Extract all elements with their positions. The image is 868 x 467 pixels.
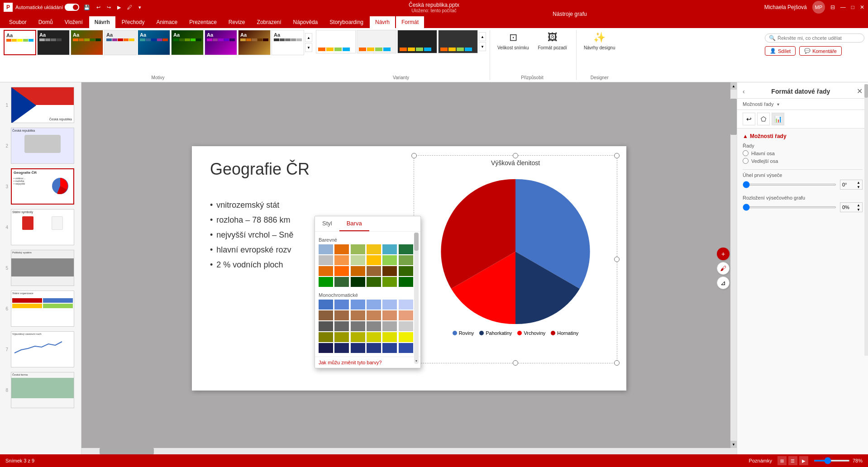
color-cell[interactable]: [367, 332, 381, 342]
panel-back-button[interactable]: ‹: [743, 88, 745, 95]
color-cell[interactable]: [382, 277, 397, 287]
slide-thumb-2[interactable]: 2 Česká republika: [2, 127, 79, 165]
color-cell[interactable]: [319, 300, 333, 310]
notes-button[interactable]: Poznámky: [749, 458, 772, 463]
color-cell[interactable]: [334, 277, 349, 287]
slide-preview-3[interactable]: Geografie ČR • vnitroz...• rozloha• nejv…: [11, 168, 74, 205]
color-cell[interactable]: [351, 255, 365, 265]
color-cell[interactable]: [382, 310, 397, 320]
variants-scroll-down[interactable]: ▼: [479, 42, 486, 51]
color-cell[interactable]: [382, 300, 397, 310]
slide-preview-8[interactable]: Česká farma: [11, 372, 74, 408]
redo-button[interactable]: ↪: [105, 4, 113, 11]
color-cell[interactable]: [382, 244, 397, 254]
color-cell[interactable]: [367, 310, 381, 320]
color-cell[interactable]: [382, 255, 397, 265]
handle-tr[interactable]: [614, 153, 620, 158]
editing-scroll-bottom[interactable]: [81, 448, 730, 454]
radio-vedlejsi-input[interactable]: [743, 158, 749, 164]
slide-preview-7[interactable]: Výjezdový cestovní ruch: [11, 331, 74, 367]
radio-vedlejsi[interactable]: Vedlejší osa: [743, 158, 863, 164]
color-cell[interactable]: [399, 266, 413, 276]
color-cell[interactable]: [334, 244, 349, 254]
variant-1[interactable]: [316, 30, 356, 53]
color-cell[interactable]: [399, 332, 413, 342]
handle-bc[interactable]: [513, 360, 518, 366]
share-button[interactable]: 👤 Sdílet: [765, 46, 796, 56]
rozlozeni-spinner[interactable]: 0% ▲ ▼: [840, 202, 863, 212]
scroll-h-thumb[interactable]: [100, 448, 154, 454]
slide-thumb-4[interactable]: 4 Státní symboly: [2, 208, 79, 246]
tab-storyboarding[interactable]: Storyboarding: [324, 16, 369, 28]
color-cell[interactable]: [367, 321, 381, 331]
restore-button[interactable]: □: [851, 4, 854, 10]
popup-scroll-down-icon[interactable]: ▼: [414, 357, 419, 364]
color-cell[interactable]: [319, 310, 333, 320]
add-element-button[interactable]: +: [717, 248, 730, 260]
color-cell[interactable]: [351, 321, 365, 331]
navrhy-designu-button[interactable]: ✨ Návrhy designu: [580, 30, 619, 52]
color-cell[interactable]: [382, 343, 397, 353]
undo-button[interactable]: ↩: [95, 4, 102, 11]
slide-thumb-5[interactable]: 5 Politický systém: [2, 249, 79, 287]
customize-button[interactable]: 🖊: [125, 4, 134, 11]
radio-hlavni[interactable]: Hlavní osa: [743, 150, 863, 156]
present-button[interactable]: ▶: [115, 4, 123, 11]
tab-prechody[interactable]: Přechody: [116, 16, 150, 28]
slide-preview-2[interactable]: Česká republika: [11, 128, 74, 164]
color-cell[interactable]: [367, 266, 381, 276]
save-button[interactable]: 💾: [82, 4, 92, 11]
variant-4[interactable]: [438, 30, 478, 53]
color-cell[interactable]: [334, 300, 349, 310]
color-cell[interactable]: [319, 266, 333, 276]
theme-2[interactable]: Aa: [37, 30, 70, 55]
theme-3[interactable]: Aa: [71, 30, 103, 55]
rozlozeni-up-arrow[interactable]: ▲: [857, 203, 860, 207]
filter-button[interactable]: ⊿: [717, 276, 730, 289]
variant-3[interactable]: [397, 30, 437, 53]
theme-8[interactable]: Aa: [238, 30, 271, 55]
themes-scroll-up[interactable]: ▲: [305, 33, 312, 42]
slide-preview-5[interactable]: Politický systém: [11, 250, 74, 286]
variant-2[interactable]: [357, 30, 396, 53]
panel-tab-chart[interactable]: 📊: [772, 113, 784, 125]
color-cell[interactable]: [351, 300, 365, 310]
tab-vlozeni[interactable]: Vložení: [59, 16, 88, 28]
uhel-slider[interactable]: [743, 184, 836, 186]
theme-1[interactable]: Aa: [4, 30, 36, 55]
panel-tab-back[interactable]: ↩: [743, 113, 755, 125]
color-cell[interactable]: [351, 266, 365, 276]
slide-thumb-6[interactable]: 6 Státní organizace: [2, 290, 79, 328]
theme-7[interactable]: Aa: [205, 30, 237, 55]
comments-button[interactable]: 💬 Komentáře: [799, 46, 842, 56]
popup-tab-barva[interactable]: Barva: [339, 216, 369, 231]
scroll-down-arrow[interactable]: ▼: [730, 441, 737, 448]
slide-thumb-1[interactable]: 1 Česká republika: [2, 86, 79, 124]
slide-thumb-8[interactable]: 8 Česká farma: [2, 371, 79, 409]
normal-view-icon[interactable]: ⊞: [777, 456, 787, 465]
color-cell[interactable]: [334, 321, 349, 331]
more-button[interactable]: ▾: [137, 4, 143, 11]
handle-tc[interactable]: [513, 153, 518, 158]
handle-mr[interactable]: [614, 257, 620, 262]
slide-thumb-3[interactable]: 3 Geografie ČR • vnitroz...• rozloha• ne…: [2, 167, 79, 205]
format-pozadi-button[interactable]: 🖼 Formát pozadí: [534, 30, 570, 52]
slide-preview-6[interactable]: Státní organizace: [11, 291, 74, 327]
toggle-ribbon-button[interactable]: ⊟: [830, 4, 835, 10]
tab-animace[interactable]: Animace: [151, 16, 183, 28]
color-cell[interactable]: [319, 255, 333, 265]
tab-napoveda[interactable]: Nápověda: [288, 16, 324, 28]
panel-close-button[interactable]: ✕: [857, 87, 863, 95]
theme-5[interactable]: Aa: [138, 30, 170, 55]
uhel-up-arrow[interactable]: ▲: [857, 181, 860, 185]
color-cell[interactable]: [399, 321, 413, 331]
uhel-spinner[interactable]: 0° ▲ ▼: [840, 180, 863, 190]
rozlozeni-down-arrow[interactable]: ▼: [857, 208, 860, 212]
color-cell[interactable]: [334, 310, 349, 320]
color-cell[interactable]: [367, 300, 381, 310]
color-cell[interactable]: [351, 277, 365, 287]
tab-prezentace[interactable]: Prezentace: [184, 16, 222, 28]
color-cell[interactable]: [334, 266, 349, 276]
theme-6[interactable]: Aa: [171, 30, 204, 55]
panel-tab-polygon[interactable]: ⬠: [757, 113, 770, 125]
